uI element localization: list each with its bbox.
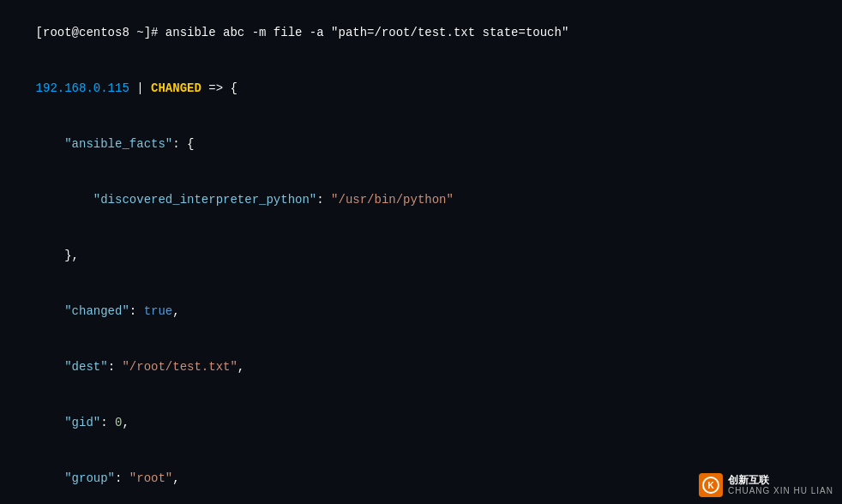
- logo-svg: K: [701, 476, 720, 495]
- terminal-line: [root@centos8 ~]# ansible abc -m file -a…: [7, 5, 835, 61]
- changed-status: CHANGED: [151, 81, 201, 95]
- terminal-line: "discovered_interpreter_python": "/usr/b…: [7, 172, 835, 228]
- json-brace: },: [36, 249, 79, 262]
- json-value: "root": [129, 471, 172, 485]
- terminal-line: 192.168.0.115 | CHANGED => {: [7, 61, 835, 117]
- json-key: "changed": [36, 304, 129, 318]
- ip-address: 192.168.0.115: [36, 81, 129, 95]
- json-value: "/root/test.txt": [122, 360, 237, 374]
- arrow: => {: [201, 81, 238, 95]
- json-comma: ,: [172, 304, 179, 318]
- json-value: "/usr/bin/python": [331, 193, 454, 207]
- terminal-line: "gid": 0,: [7, 395, 835, 451]
- json-comma: ,: [122, 416, 129, 429]
- prompt: [root@centos8 ~]#: [36, 26, 165, 39]
- watermark-company-pinyin: CHUANG XIN HU LIAN: [728, 486, 833, 496]
- json-comma: ,: [238, 360, 244, 374]
- watermark-company-name: 创新互联: [728, 474, 833, 486]
- json-colon: :: [316, 193, 331, 207]
- json-key: "ansible_facts": [36, 137, 173, 151]
- json-colon: : {: [172, 137, 194, 151]
- svg-text:K: K: [707, 481, 714, 490]
- terminal-line: "changed": true,: [7, 284, 835, 339]
- json-key: "discovered_interpreter_python": [36, 193, 317, 207]
- json-colon: :: [108, 360, 123, 374]
- json-value: true: [144, 304, 173, 318]
- terminal-line: },: [7, 228, 835, 284]
- watermark: K 创新互联 CHUANG XIN HU LIAN: [699, 473, 833, 497]
- watermark-logo-icon: K: [699, 473, 723, 497]
- json-key: "gid": [36, 416, 101, 429]
- json-comma: ,: [172, 471, 179, 485]
- json-key: "group": [36, 471, 115, 485]
- json-colon: :: [115, 471, 129, 485]
- terminal: [root@centos8 ~]# ansible abc -m file -a…: [0, 0, 842, 504]
- json-colon: :: [100, 416, 115, 429]
- terminal-line: "dest": "/root/test.txt",: [7, 339, 835, 395]
- cmd: ansible abc -m file -a "path=/root/test.…: [165, 26, 568, 39]
- json-colon: :: [129, 304, 144, 318]
- terminal-line: "ansible_facts": {: [7, 117, 835, 172]
- json-key: "dest": [36, 360, 108, 374]
- pipe: |: [129, 81, 151, 95]
- watermark-text-block: 创新互联 CHUANG XIN HU LIAN: [728, 474, 833, 496]
